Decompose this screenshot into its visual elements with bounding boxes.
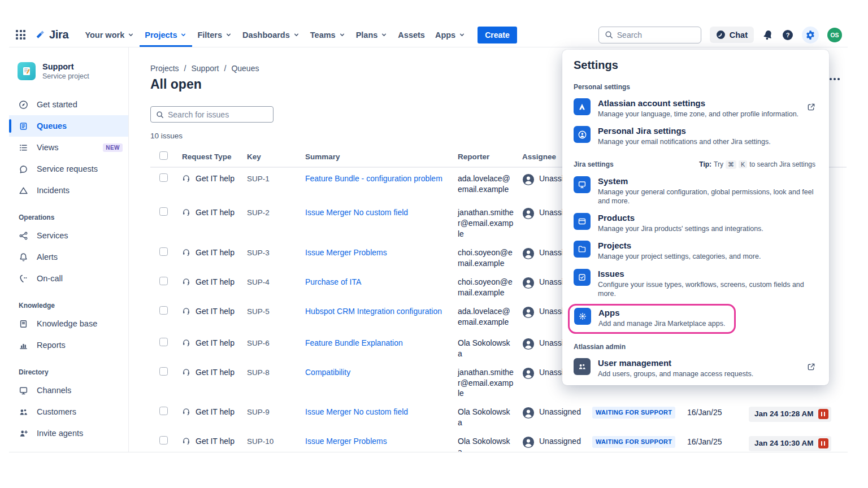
pause-icon [818, 409, 828, 419]
issue-link[interactable]: Issue Merger No custom field [305, 407, 408, 416]
issue-key: SUP-8 [247, 361, 305, 402]
settings-item-personal-jira[interactable]: Personal Jira settings Manage your email… [574, 126, 815, 146]
row-checkbox[interactable] [159, 173, 168, 182]
sidebar-item-get-started[interactable]: Get started [9, 94, 128, 115]
settings-item-projects[interactable]: Projects Manage your project settings, c… [574, 241, 815, 261]
nav-plans[interactable]: Plans [351, 23, 393, 47]
search-icon [156, 111, 164, 119]
status-badge[interactable]: WAITING FOR SUPPORT [592, 407, 675, 419]
nav-assets[interactable]: Assets [393, 23, 430, 47]
global-search[interactable] [598, 27, 701, 43]
task-check-icon [574, 269, 591, 286]
breadcrumb-separator: / [224, 64, 227, 73]
row-checkbox[interactable] [159, 367, 168, 376]
issue-key: SUP-2 [247, 202, 305, 242]
issue-key: SUP-3 [247, 242, 305, 271]
sidebar-item-service-requests[interactable]: Service requests [9, 158, 128, 180]
issue-link[interactable]: Feature Bundle - configuration problem [305, 174, 442, 183]
breadcrumb-support[interactable]: Support [191, 64, 219, 73]
chevron-down-icon [293, 31, 300, 38]
issue-search-input[interactable] [168, 110, 268, 119]
nav-projects[interactable]: Projects [140, 23, 192, 47]
sidebar-item-reports[interactable]: Reports [9, 334, 128, 356]
sidebar-item-views[interactable]: Views NEW [9, 137, 128, 158]
products-card-icon [574, 213, 591, 230]
svg-text:?: ? [786, 32, 790, 38]
sidebar-item-queues[interactable]: Queues [9, 115, 128, 137]
nav-your-work[interactable]: Your work [80, 23, 140, 47]
topbar-right-cluster: Chat ? OS [598, 27, 842, 43]
nav-filters[interactable]: Filters [192, 23, 237, 47]
create-button[interactable]: Create [478, 27, 517, 43]
row-checkbox[interactable] [159, 247, 168, 256]
compass-icon [19, 100, 29, 110]
row-checkbox[interactable] [159, 338, 168, 346]
settings-title: Settings [574, 59, 815, 72]
sidebar-item-customers[interactable]: Customers [9, 401, 128, 422]
settings-item-products[interactable]: Products Manage your Jira products' sett… [574, 213, 815, 233]
issue-link[interactable]: Hubspot CRM Integration configuration [305, 307, 442, 316]
issue-key: SUP-9 [247, 401, 305, 430]
jira-logo[interactable]: Jira [34, 28, 68, 41]
issue-link[interactable]: Feature Bundle Explanation [305, 338, 403, 347]
row-checkbox[interactable] [159, 407, 168, 415]
notifications-icon[interactable] [761, 28, 775, 41]
phone-icon [19, 274, 29, 284]
user-avatar[interactable]: OS [827, 28, 842, 42]
issue-link[interactable]: Issue Merger Problems [305, 248, 387, 257]
share-nodes-icon [19, 231, 29, 241]
sidebar-item-channels[interactable]: Channels [9, 380, 128, 401]
settings-item-issues[interactable]: Issues Configure your issue types, workf… [574, 269, 815, 299]
issue-link[interactable]: Issue Merger No custom field [305, 208, 408, 217]
project-header[interactable]: Support Service project [9, 62, 128, 80]
sidebar-item-alerts[interactable]: Alerts [9, 246, 128, 268]
status-badge[interactable]: WAITING FOR SUPPORT [592, 436, 675, 448]
avatar-icon [522, 277, 535, 289]
sidebar-item-on-call[interactable]: On-call [9, 268, 128, 289]
more-options-button[interactable] [830, 78, 840, 80]
nav-apps[interactable]: Apps [430, 23, 471, 47]
row-checkbox[interactable] [159, 436, 168, 445]
issue-key: SUP-1 [247, 168, 305, 202]
sidebar-item-incidents[interactable]: Incidents [9, 180, 128, 201]
headset-icon [182, 248, 190, 256]
settings-gear-button[interactable] [802, 27, 819, 43]
nav-teams[interactable]: Teams [305, 23, 351, 47]
settings-item-apps[interactable]: Apps Add and manage Jira Marketplace app… [574, 308, 725, 328]
triangle-icon [19, 186, 29, 195]
settings-item-system[interactable]: System Manage your general configuration… [574, 176, 815, 206]
nav-dashboards[interactable]: Dashboards [237, 23, 305, 47]
app-switcher-icon[interactable] [16, 30, 25, 40]
issue-search[interactable] [150, 106, 274, 123]
avatar-icon [522, 207, 535, 220]
project-sidebar: Support Service project Get started Queu… [9, 47, 129, 452]
avatar-icon [522, 247, 535, 260]
personal-settings-label: Personal settings [574, 83, 815, 91]
sidebar-item-knowledge-base[interactable]: Knowledge base [9, 313, 128, 334]
breadcrumb-queues[interactable]: Queues [231, 64, 259, 73]
settings-item-user-management[interactable]: User management Add users, groups, and m… [574, 358, 815, 378]
sidebar-item-services[interactable]: Services [9, 225, 128, 246]
row-checkbox[interactable] [159, 306, 168, 315]
help-icon[interactable]: ? [782, 29, 793, 41]
issue-link[interactable]: Issue Merger Problems [305, 437, 387, 446]
issue-link[interactable]: Purchase of ITA [305, 277, 361, 286]
row-checkbox[interactable] [159, 277, 168, 285]
chat-button[interactable]: Chat [710, 27, 754, 43]
reporter-cell: janathan.smither@email.example [458, 361, 522, 402]
row-checkbox[interactable] [159, 207, 168, 216]
breadcrumb-projects[interactable]: Projects [150, 64, 179, 73]
external-link-icon [807, 363, 815, 371]
issue-link[interactable]: Compatibility [305, 368, 350, 377]
global-search-input[interactable] [617, 30, 695, 40]
sidebar-section-knowledge: Knowledge [19, 302, 128, 310]
headset-icon [182, 307, 190, 315]
sidebar-item-invite-agents[interactable]: Invite agents [9, 422, 128, 444]
chevron-down-icon [458, 31, 466, 38]
chevron-down-icon [338, 31, 346, 38]
select-all-checkbox[interactable] [159, 151, 168, 160]
reporter-cell: janathan.smither@email.example [458, 202, 522, 242]
sla-timer: Jan 24 10:28 AM [749, 407, 831, 421]
reporter-cell: Ola Sokolowska [458, 430, 522, 452]
settings-item-atlassian-account[interactable]: Atlassian account settings Manage your l… [574, 98, 815, 119]
